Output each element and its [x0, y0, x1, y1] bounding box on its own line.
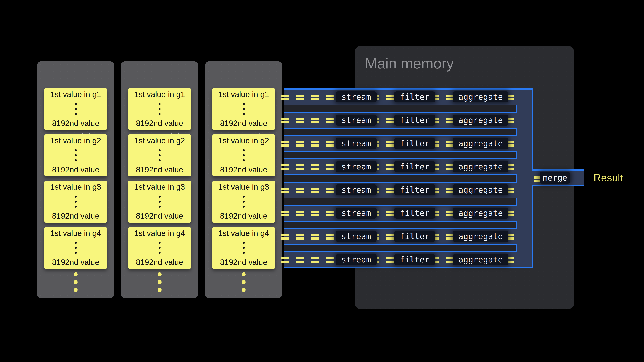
- aggregate-chip: aggregate: [453, 184, 508, 195]
- dot-icon: [159, 252, 161, 254]
- pipeline-row: stream filter aggregate: [284, 136, 532, 151]
- dot-icon: [75, 206, 77, 208]
- pipeline-box: stream filter aggregate stream filter ag…: [284, 88, 533, 268]
- dot-icon: [159, 103, 161, 105]
- diagram-stage: Main memory town.bin 1st value in g1 819…: [0, 0, 644, 362]
- group-last-value: 8192nd value: [136, 165, 183, 174]
- memory-gap-band: [284, 174, 517, 183]
- column-ellipsis-icon: [205, 272, 282, 292]
- filter-chip: filter: [394, 138, 435, 149]
- dot-icon: [243, 113, 245, 115]
- group-first-value: 1st value in g1: [218, 90, 269, 99]
- pipeline-row: stream filter aggregate: [284, 206, 532, 221]
- stream-chip: stream: [336, 115, 376, 126]
- group-last-value: 8192nd value: [220, 165, 267, 174]
- dot-icon: [159, 247, 161, 249]
- group-last-value: 8192nd value: [220, 258, 267, 267]
- dot-icon: [159, 113, 161, 115]
- row-group-box: 1st value in g2 8192nd value: [128, 134, 191, 176]
- dot-icon: [243, 196, 245, 198]
- main-memory-title: Main memory: [365, 55, 454, 71]
- dot-icon: [75, 201, 77, 203]
- row-group-box: 1st value in g1 8192nd value: [44, 88, 107, 130]
- group-ellipsis-icon: [243, 103, 245, 115]
- group-first-value: 1st value in g4: [134, 229, 185, 238]
- group-ellipsis-icon: [159, 149, 161, 161]
- group-first-value: 1st value in g3: [218, 182, 269, 192]
- row-group-box: 1st value in g4 8192nd value: [212, 227, 275, 269]
- filter-chip: filter: [394, 208, 435, 219]
- group-ellipsis-icon: [243, 242, 245, 254]
- row-group-box: 1st value in g1 8192nd value: [128, 88, 191, 130]
- stream-chip: stream: [336, 184, 376, 195]
- file-column: town.bin 1st value in g1 8192nd value 1s…: [37, 61, 114, 298]
- pipeline-row: stream filter aggregate: [284, 183, 532, 198]
- row-group-box: 1st value in g2 8192nd value: [212, 134, 275, 176]
- group-ellipsis-icon: [75, 196, 77, 208]
- pipeline-row: stream filter aggregate: [284, 252, 532, 267]
- pipeline-row: stream filter aggregate: [284, 113, 532, 128]
- group-last-value: 8192nd value: [52, 211, 99, 221]
- group-last-value: 8192nd value: [220, 211, 267, 221]
- group-first-value: 1st value in g1: [134, 90, 185, 99]
- group-first-value: 1st value in g3: [50, 182, 101, 192]
- file-column: price.bin 1st value in g1 8192nd value 1…: [205, 61, 282, 298]
- stream-chip: stream: [336, 208, 376, 219]
- dot-icon: [75, 149, 77, 151]
- merge-chip: merge: [540, 172, 570, 184]
- dot-icon: [243, 242, 245, 244]
- group-ellipsis-icon: [243, 196, 245, 208]
- group-first-value: 1st value in g4: [218, 229, 269, 238]
- group-last-value: 8192nd value: [52, 119, 99, 128]
- row-group-box: 1st value in g4 8192nd value: [128, 227, 191, 269]
- dot-icon: [75, 247, 77, 249]
- group-first-value: 1st value in g2: [134, 136, 185, 145]
- aggregate-chip: aggregate: [453, 138, 508, 149]
- group-ellipsis-icon: [75, 242, 77, 254]
- dot-icon: [158, 280, 162, 284]
- dot-icon: [74, 272, 78, 276]
- dot-icon: [243, 247, 245, 249]
- filter-chip: filter: [394, 184, 435, 195]
- group-first-value: 1st value in g3: [134, 182, 185, 192]
- row-group-box: 1st value in g2 8192nd value: [44, 134, 107, 176]
- dot-icon: [243, 154, 245, 156]
- row-group-box: 1st value in g3 8192nd value: [128, 181, 191, 223]
- aggregate-chip: aggregate: [453, 91, 508, 102]
- filter-chip: filter: [394, 161, 435, 172]
- filter-chip: filter: [394, 231, 435, 242]
- row-group-box: 1st value in g3 8192nd value: [212, 181, 275, 223]
- group-ellipsis-icon: [75, 103, 77, 115]
- memory-gap-band: [284, 105, 517, 113]
- stream-chip: stream: [336, 138, 376, 149]
- memory-gap-band: [284, 128, 517, 136]
- dot-icon: [75, 196, 77, 198]
- aggregate-chip: aggregate: [453, 231, 508, 242]
- dot-icon: [243, 108, 245, 110]
- stream-chip: stream: [336, 161, 376, 172]
- row-group-box: 1st value in g4 8192nd value: [44, 227, 107, 269]
- dot-icon: [243, 149, 245, 151]
- stream-chip: stream: [336, 231, 376, 242]
- dot-icon: [243, 201, 245, 203]
- pipeline-row: stream filter aggregate: [284, 229, 532, 244]
- group-last-value: 8192nd value: [220, 119, 267, 128]
- dot-icon: [158, 288, 162, 292]
- memory-gap-band: [284, 221, 517, 229]
- dot-icon: [74, 288, 78, 292]
- pipeline-row: stream filter aggregate: [284, 159, 532, 174]
- dot-icon: [159, 159, 161, 161]
- row-group-box: 1st value in g1 8192nd value: [212, 88, 275, 130]
- file-column: street.bin 1st value in g1 8192nd value …: [121, 61, 198, 298]
- memory-gap-band: [284, 198, 517, 206]
- dot-icon: [158, 272, 162, 276]
- dot-icon: [243, 206, 245, 208]
- dot-icon: [75, 159, 77, 161]
- group-first-value: 1st value in g2: [50, 136, 101, 145]
- dot-icon: [242, 288, 246, 292]
- group-first-value: 1st value in g4: [50, 229, 101, 238]
- stream-chip: stream: [336, 91, 376, 102]
- dot-icon: [159, 196, 161, 198]
- filter-chip: filter: [394, 254, 435, 265]
- dot-icon: [243, 103, 245, 105]
